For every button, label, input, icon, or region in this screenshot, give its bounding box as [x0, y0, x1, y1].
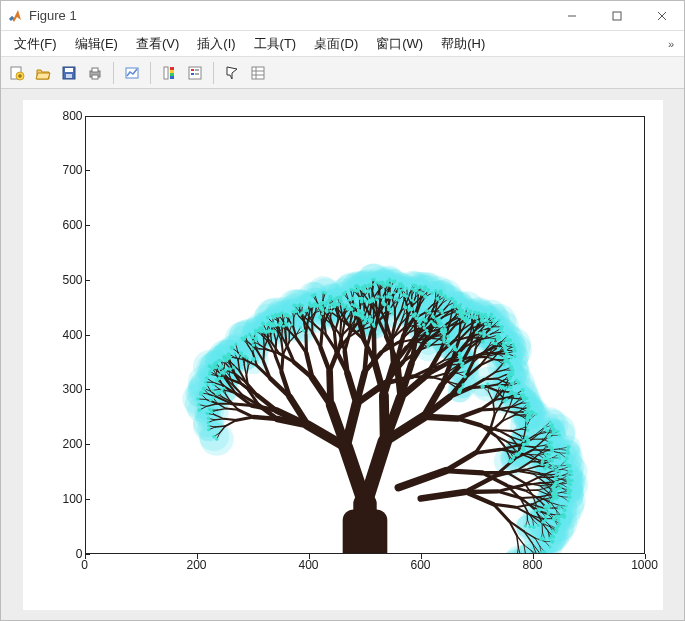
- maximize-button[interactable]: [594, 1, 639, 30]
- svg-point-2185: [278, 312, 281, 315]
- svg-point-2355: [478, 331, 481, 334]
- svg-point-2390: [503, 359, 507, 363]
- svg-point-2557: [544, 508, 547, 511]
- figure-window: Figure 1 文件(F) 编辑(E) 查看(V) 插入(I) 工具(T) 桌…: [0, 0, 685, 621]
- svg-line-801: [364, 348, 366, 371]
- svg-point-2305: [521, 438, 524, 441]
- svg-line-1928: [521, 497, 539, 498]
- svg-point-2041: [462, 374, 466, 378]
- svg-point-2565: [534, 508, 537, 511]
- svg-point-2708: [523, 410, 527, 414]
- new-figure-button[interactable]: [5, 61, 29, 85]
- save-button[interactable]: [57, 61, 81, 85]
- menu-edit[interactable]: 编辑(E): [66, 32, 127, 56]
- svg-point-2656: [564, 504, 567, 507]
- menu-view[interactable]: 查看(V): [127, 32, 188, 56]
- svg-point-2684: [558, 470, 561, 473]
- svg-point-2575: [553, 476, 557, 480]
- svg-point-2338: [509, 364, 513, 368]
- svg-point-2288: [206, 421, 209, 424]
- menu-tools[interactable]: 工具(T): [245, 32, 306, 56]
- svg-point-2668: [566, 474, 569, 477]
- svg-point-2487: [442, 335, 445, 338]
- ytick-label: 200: [43, 437, 83, 451]
- svg-point-2222: [250, 335, 254, 339]
- minimize-button[interactable]: [549, 1, 594, 30]
- svg-point-2550: [528, 525, 531, 528]
- link-data-button[interactable]: [120, 61, 144, 85]
- open-button[interactable]: [31, 61, 55, 85]
- svg-point-2433: [446, 297, 449, 300]
- svg-point-2042: [463, 369, 466, 372]
- svg-point-2332: [506, 373, 510, 377]
- svg-point-2548: [324, 308, 328, 312]
- svg-point-2707: [528, 411, 532, 415]
- svg-point-2050: [457, 351, 461, 355]
- xtick-label: 600: [410, 558, 430, 572]
- svg-point-2055: [446, 334, 450, 338]
- xtick-mark: [421, 554, 422, 559]
- svg-point-2132: [298, 312, 301, 315]
- svg-point-2666: [566, 481, 570, 485]
- svg-point-2169: [312, 303, 315, 306]
- svg-point-2594: [546, 434, 550, 438]
- svg-point-2223: [244, 334, 247, 337]
- svg-point-2535: [362, 289, 365, 292]
- svg-point-2147: [345, 306, 349, 310]
- svg-point-2681: [552, 484, 556, 487]
- svg-point-2549: [523, 524, 526, 527]
- svg-point-2542: [335, 295, 339, 299]
- svg-point-2374: [497, 319, 500, 322]
- property-inspector-button[interactable]: [246, 61, 270, 85]
- svg-point-2301: [518, 450, 521, 453]
- svg-point-2553: [541, 520, 544, 523]
- svg-point-2650: [558, 522, 561, 525]
- insert-legend-button[interactable]: [183, 61, 207, 85]
- svg-line-1766: [539, 485, 551, 486]
- svg-line-1239: [498, 430, 511, 431]
- svg-point-2647: [547, 536, 550, 539]
- svg-point-2697: [557, 433, 560, 436]
- insert-colorbar-button[interactable]: [157, 61, 181, 85]
- svg-point-2451: [405, 286, 408, 289]
- svg-line-1181: [253, 417, 277, 419]
- svg-point-2405: [480, 339, 484, 343]
- svg-point-2399: [490, 327, 493, 330]
- svg-point-2456: [435, 296, 439, 300]
- svg-point-2045: [460, 364, 464, 368]
- menu-file[interactable]: 文件(F): [5, 32, 66, 56]
- svg-point-2493: [440, 327, 443, 330]
- close-button[interactable]: [639, 1, 684, 30]
- svg-point-2291: [212, 434, 216, 438]
- svg-point-2209: [266, 321, 270, 325]
- edit-plot-button[interactable]: [220, 61, 244, 85]
- menu-window[interactable]: 窗口(W): [367, 32, 432, 56]
- svg-point-2409: [475, 320, 479, 323]
- ytick-mark: [85, 335, 90, 336]
- svg-point-2673: [567, 469, 571, 473]
- menu-help[interactable]: 帮助(H): [432, 32, 494, 56]
- svg-line-846: [350, 311, 351, 321]
- svg-point-2088: [386, 305, 389, 308]
- menu-insert[interactable]: 插入(I): [188, 32, 244, 56]
- axes[interactable]: [85, 116, 645, 554]
- xtick-label: 1000: [631, 558, 658, 572]
- svg-rect-19: [170, 76, 174, 79]
- svg-rect-17: [170, 70, 174, 73]
- svg-point-2569: [551, 497, 555, 500]
- svg-point-2559: [548, 503, 552, 506]
- svg-point-2053: [447, 343, 450, 346]
- svg-point-2596: [543, 425, 547, 429]
- svg-point-2362: [511, 342, 514, 345]
- menu-overflow-icon[interactable]: »: [662, 38, 680, 50]
- print-button[interactable]: [83, 61, 107, 85]
- svg-point-2302: [521, 447, 525, 451]
- svg-point-2290: [207, 427, 210, 430]
- xtick-mark: [533, 554, 534, 559]
- menu-desktop[interactable]: 桌面(D): [305, 32, 367, 56]
- svg-point-2489: [443, 327, 446, 330]
- svg-point-2670: [570, 479, 573, 482]
- svg-point-2260: [197, 408, 201, 412]
- svg-point-2466: [411, 283, 414, 286]
- svg-point-2198: [299, 325, 302, 328]
